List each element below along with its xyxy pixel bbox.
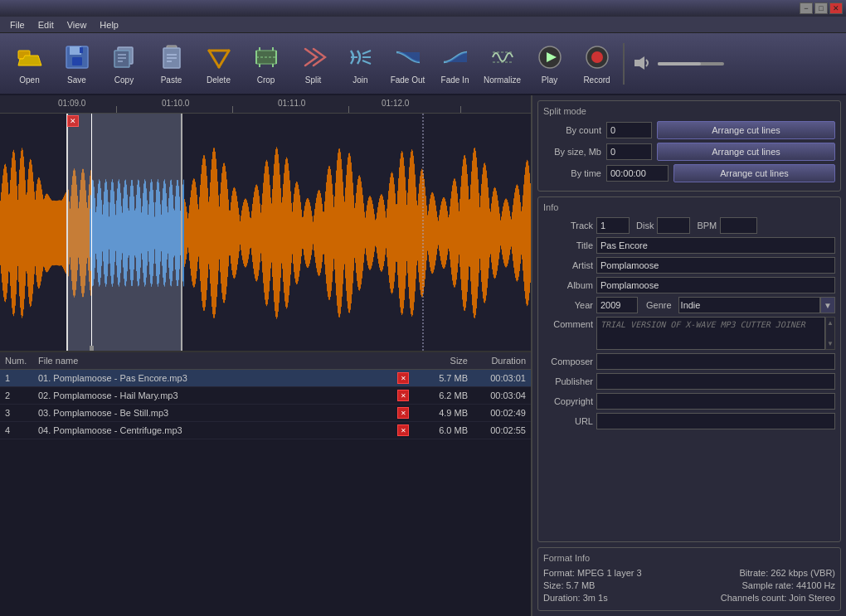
- svg-point-31: [591, 51, 603, 63]
- split-by-count-input[interactable]: [606, 122, 652, 138]
- selection-close-button[interactable]: ✕: [67, 115, 79, 127]
- join-button[interactable]: Join: [338, 36, 383, 90]
- title-bar: − □ ✕: [0, 0, 846, 17]
- split-by-time-input[interactable]: [606, 165, 669, 182]
- arrange-cut-by-size-button[interactable]: Arrange cut lines: [657, 143, 835, 161]
- split-label: Split: [305, 75, 321, 85]
- artist-input[interactable]: [596, 257, 835, 274]
- copy-icon: [109, 42, 139, 72]
- toolbar-separator: [623, 43, 625, 85]
- normalize-button[interactable]: Normalize: [479, 36, 525, 90]
- selection-overlay[interactable]: ✕: [66, 114, 182, 352]
- file-list-header: Num. File name Size Duration: [0, 352, 531, 370]
- left-panel: 01:09.0 01:10.0 01:11.0 01:12.0 ✕: [0, 95, 531, 616]
- track-label: Track: [543, 221, 593, 230]
- split-icon: [299, 42, 328, 72]
- delete-button[interactable]: Delete: [196, 36, 241, 90]
- delete-file-4-button[interactable]: ✕: [397, 424, 409, 436]
- genre-label: Genre: [646, 300, 672, 310]
- fadeout-button[interactable]: Fade Out: [385, 36, 430, 90]
- delete-file-1-button[interactable]: ✕: [397, 372, 409, 384]
- track-input[interactable]: [596, 217, 630, 234]
- title-input[interactable]: [596, 237, 835, 254]
- file-del-2[interactable]: ✕: [397, 390, 418, 401]
- split-by-size-label: By size, Mb: [543, 147, 601, 157]
- file-del-1[interactable]: ✕: [397, 372, 418, 384]
- disk-label: Disk: [636, 221, 654, 230]
- year-input[interactable]: [596, 297, 638, 313]
- copy-label: Copy: [114, 75, 134, 85]
- comment-scrollbar[interactable]: ▲ ▼: [825, 317, 835, 350]
- close-button[interactable]: ✕: [829, 2, 843, 14]
- genre-dropdown-button[interactable]: ▼: [820, 297, 835, 313]
- comment-textarea[interactable]: TRIAL VERSION OF X-WAVE MP3 CUTTER JOINE…: [596, 317, 825, 350]
- album-input[interactable]: [596, 277, 835, 293]
- file-row-2[interactable]: 2 02. Pomplamoose - Hail Mary.mp3 ✕ 6.2 …: [0, 387, 531, 405]
- record-button[interactable]: Record: [574, 36, 620, 90]
- split-by-size-input[interactable]: [606, 143, 652, 160]
- delete-file-3-button[interactable]: ✕: [397, 407, 409, 419]
- menu-view[interactable]: View: [61, 18, 94, 32]
- crop-icon: [251, 42, 281, 72]
- paste-button[interactable]: Paste: [148, 36, 194, 90]
- url-input[interactable]: [596, 413, 835, 429]
- file-del-3[interactable]: ✕: [397, 407, 418, 419]
- disk-input[interactable]: [657, 217, 690, 234]
- publisher-input[interactable]: [596, 373, 835, 390]
- file-size-2: 6.2 MB: [418, 390, 468, 400]
- menu-edit[interactable]: Edit: [32, 18, 61, 32]
- copy-button[interactable]: Copy: [101, 36, 147, 90]
- file-name-4: 04. Pomplamoose - Centrifuge.mp3: [38, 425, 397, 435]
- file-size-4: 6.0 MB: [418, 425, 468, 435]
- format-label: Format: MPEG 1 layer 3: [543, 568, 642, 578]
- file-duration-3: 00:02:49: [468, 408, 526, 418]
- comment-label: Comment: [543, 317, 593, 329]
- file-size-3: 4.9 MB: [418, 408, 468, 418]
- composer-input[interactable]: [596, 353, 835, 370]
- play-button[interactable]: Play: [527, 36, 572, 90]
- join-label: Join: [352, 75, 367, 85]
- info-section: Info Track Disk BPM Title Artist: [537, 196, 841, 542]
- genre-select[interactable]: Indie Rock Pop Jazz: [678, 297, 820, 313]
- volume-slider[interactable]: [658, 62, 724, 65]
- restore-button[interactable]: □: [814, 2, 828, 14]
- file-name-2: 02. Pomplamoose - Hail Mary.mp3: [38, 390, 397, 400]
- split-button[interactable]: Split: [290, 36, 336, 90]
- menu-file[interactable]: File: [3, 18, 32, 32]
- waveform-container: 01:09.0 01:10.0 01:11.0 01:12.0 ✕: [0, 95, 531, 352]
- file-row-3[interactable]: 3 03. Pomplamoose - Be Still.mp3 ✕ 4.9 M…: [0, 405, 531, 422]
- url-label: URL: [543, 416, 593, 426]
- save-button[interactable]: Save: [54, 36, 100, 90]
- split-by-count-label: By count: [543, 125, 601, 135]
- copyright-input[interactable]: [596, 393, 835, 410]
- file-row-4[interactable]: 4 04. Pomplamoose - Centrifuge.mp3 ✕ 6.0…: [0, 422, 531, 439]
- delete-file-2-button[interactable]: ✕: [397, 390, 409, 401]
- format-row-2: Size: 5.7 MB Sample rate: 44100 Hz: [543, 580, 835, 590]
- bpm-input[interactable]: [720, 217, 757, 234]
- arrange-cut-by-time-button[interactable]: Arrange cut lines: [673, 164, 835, 182]
- open-button[interactable]: Open: [7, 36, 52, 90]
- delete-icon: [204, 42, 234, 72]
- arrange-cut-by-count-button[interactable]: Arrange cut lines: [657, 121, 835, 139]
- file-row-1[interactable]: 1 01. Pomplamoose - Pas Encore.mp3 ✕ 5.7…: [0, 370, 531, 387]
- menu-help[interactable]: Help: [93, 18, 125, 32]
- paste-icon: [157, 42, 187, 72]
- year-label: Year: [543, 300, 593, 310]
- format-row-3: Duration: 3m 1s Channels count: Join Ste…: [543, 593, 835, 603]
- tick-3: [348, 106, 349, 113]
- waveform-area[interactable]: ✕: [0, 114, 531, 352]
- split-by-count-row: By count Arrange cut lines: [543, 121, 835, 139]
- svg-rect-4: [80, 47, 83, 53]
- col-header-name: File name: [38, 356, 397, 366]
- fadein-label: Fade In: [441, 75, 469, 85]
- file-num-1: 1: [5, 373, 38, 383]
- crop-button[interactable]: Crop: [243, 36, 289, 90]
- fadein-button[interactable]: Fade In: [432, 36, 478, 90]
- file-del-4[interactable]: ✕: [397, 424, 418, 436]
- svg-line-23: [362, 51, 371, 54]
- minimize-button[interactable]: −: [800, 2, 813, 14]
- album-label: Album: [543, 280, 593, 290]
- file-name-3: 03. Pomplamoose - Be Still.mp3: [38, 408, 397, 418]
- open-icon: [15, 42, 45, 72]
- bpm-label: BPM: [697, 221, 717, 230]
